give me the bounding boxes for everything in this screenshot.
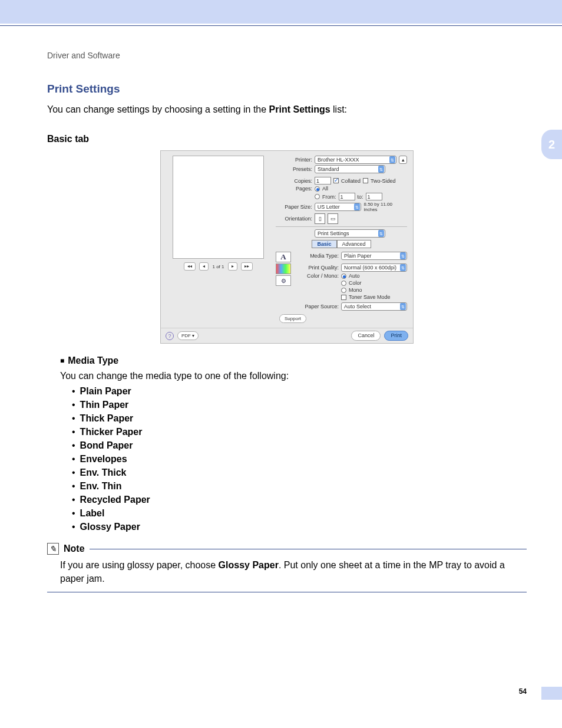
media-type-item: Label [72, 508, 527, 519]
pages-from-input[interactable]: 1 [339, 193, 355, 200]
media-type-item: Env. Thick [72, 467, 527, 478]
section-dropdown[interactable]: Print Settings⇅ [315, 229, 385, 238]
pages-all-label: All [322, 186, 328, 192]
color-color-label: Color [349, 280, 362, 286]
header-bar [0, 0, 562, 24]
print-dialog: ◂◂ ◂ 1 of 1 ▸ ▸▸ Printer: Brother HL-XXX… [160, 150, 414, 344]
media-type-dropdown[interactable]: Plain Paper⇅ [341, 252, 407, 260]
preview-nav: ◂◂ ◂ 1 of 1 ▸ ▸▸ [166, 262, 271, 271]
page-content: Print Settings You can change settings b… [47, 83, 527, 592]
dropdown-arrows-icon: ⇅ [400, 264, 406, 271]
media-type-heading: ■Media Type [60, 355, 527, 366]
copies-label: Copies: [276, 178, 312, 184]
preview-page-indicator: 1 of 1 [212, 264, 224, 269]
media-type-item: Thick Paper [72, 413, 527, 424]
preview-pane: ◂◂ ◂ 1 of 1 ▸ ▸▸ [161, 151, 276, 328]
intro-bold: Print Settings [269, 104, 330, 114]
paper-source-value: Auto Select [344, 303, 371, 311]
color-mono-label: Color / Mono: [300, 273, 339, 279]
color-auto-label: Auto [349, 273, 360, 279]
pages-to-input[interactable]: 1 [366, 193, 382, 200]
bars-icon [276, 263, 291, 274]
print-quality-dropdown[interactable]: Normal (600 x 600dpi)⇅ [341, 263, 407, 272]
paper-size-dropdown[interactable]: US Letter⇅ [315, 203, 362, 211]
pages-all-radio[interactable] [315, 186, 320, 192]
note-rule [90, 549, 527, 549]
media-type-heading-text: Media Type [68, 355, 118, 365]
note-icon: ✎ [47, 543, 59, 555]
intro-paragraph: You can change settings by choosing a se… [47, 103, 527, 116]
media-type-item: Plain Paper [72, 386, 527, 397]
media-type-item: Glossy Paper [72, 522, 527, 532]
settings-icons: A ⚙ [276, 251, 296, 312]
collated-label: Collated [341, 178, 361, 184]
paper-source-label: Paper Source: [300, 304, 339, 309]
basic-tab-heading: Basic tab [47, 134, 527, 144]
paper-size-label: Paper Size: [276, 204, 312, 210]
dialog-footer: ? PDF ▾ Cancel Print [161, 328, 413, 343]
orientation-landscape-button[interactable]: ▭ [328, 213, 338, 224]
note-bold: Glossy Paper [219, 560, 279, 570]
nav-first-button[interactable]: ◂◂ [184, 262, 196, 271]
nav-last-button[interactable]: ▸▸ [241, 262, 253, 271]
support-button[interactable]: Support [279, 314, 306, 323]
note-block: ✎ Note If you are using glossy paper, ch… [47, 543, 527, 592]
media-type-item: Bond Paper [72, 440, 527, 451]
color-mono-option-label: Mono [349, 287, 362, 293]
note-label: Note [64, 543, 85, 554]
toner-save-checkbox[interactable] [341, 295, 346, 300]
dropdown-arrows-icon: ⇅ [378, 166, 384, 173]
media-type-list: Plain PaperThin PaperThick PaperThicker … [72, 386, 527, 532]
printer-label: Printer: [276, 157, 312, 163]
media-type-item: Thicker Paper [72, 427, 527, 437]
two-sided-checkbox[interactable] [363, 178, 368, 183]
paper-dimensions: 8.50 by 11.00 inches [363, 202, 407, 212]
pages-to-label: to: [358, 194, 363, 200]
printer-value: Brother HL-XXXX [318, 156, 359, 164]
collated-checkbox[interactable] [333, 178, 339, 183]
nav-prev-button[interactable]: ◂ [199, 262, 209, 271]
media-type-value: Plain Paper [344, 252, 372, 260]
cancel-button[interactable]: Cancel [351, 331, 381, 341]
pages-from-radio[interactable] [315, 194, 320, 199]
orientation-portrait-button[interactable]: ▯ [315, 213, 325, 224]
media-type-item: Envelopes [72, 454, 527, 465]
note-text-1: If you are using glossy paper, choose [60, 560, 219, 570]
page-preview [173, 156, 264, 259]
copies-input[interactable]: 1 [315, 177, 331, 185]
color-mono-radio[interactable] [341, 288, 346, 293]
dropdown-arrows-icon: ⇅ [354, 203, 360, 210]
media-type-desc: You can change the media type to one of … [60, 371, 527, 381]
paper-source-dropdown[interactable]: Auto Select⇅ [341, 302, 407, 311]
gear-icon: ⚙ [276, 275, 291, 286]
presets-dropdown[interactable]: Standard⇅ [315, 165, 385, 173]
nav-next-button[interactable]: ▸ [228, 262, 237, 271]
tab-basic[interactable]: Basic [312, 240, 336, 248]
color-color-radio[interactable] [341, 281, 346, 286]
printer-dropdown[interactable]: Brother HL-XXXX⇅ [315, 156, 396, 164]
media-type-item: Recycled Paper [72, 495, 527, 505]
dropdown-arrows-icon: ⇅ [389, 156, 395, 163]
intro-text-2: list: [330, 104, 347, 114]
paper-size-value: US Letter [318, 203, 340, 211]
pages-label: Pages: [276, 186, 312, 192]
section-title: Print Settings [47, 83, 527, 95]
chapter-tab: 2 [541, 130, 562, 159]
printer-arrow-button[interactable]: ▴ [399, 156, 407, 164]
help-icon[interactable]: ? [166, 332, 174, 340]
two-sided-label: Two-Sided [371, 178, 396, 184]
dropdown-arrows-icon: ⇅ [400, 252, 406, 259]
toner-save-label: Toner Save Mode [349, 294, 391, 300]
print-quality-value: Normal (600 x 600dpi) [344, 264, 396, 272]
media-type-label: Media Type: [300, 253, 339, 259]
media-type-item: Env. Thin [72, 481, 527, 492]
tab-advanced[interactable]: Advanced [337, 240, 371, 248]
page-number-tab [541, 687, 562, 700]
print-button[interactable]: Print [384, 331, 408, 341]
print-quality-label: Print Quality: [300, 265, 339, 271]
settings-pane: Printer: Brother HL-XXXX⇅ ▴ Presets: Sta… [276, 151, 413, 328]
pdf-button[interactable]: PDF ▾ [177, 331, 199, 340]
square-bullet-icon: ■ [60, 357, 64, 365]
color-auto-radio[interactable] [341, 274, 346, 279]
presets-value: Standard [318, 166, 339, 173]
